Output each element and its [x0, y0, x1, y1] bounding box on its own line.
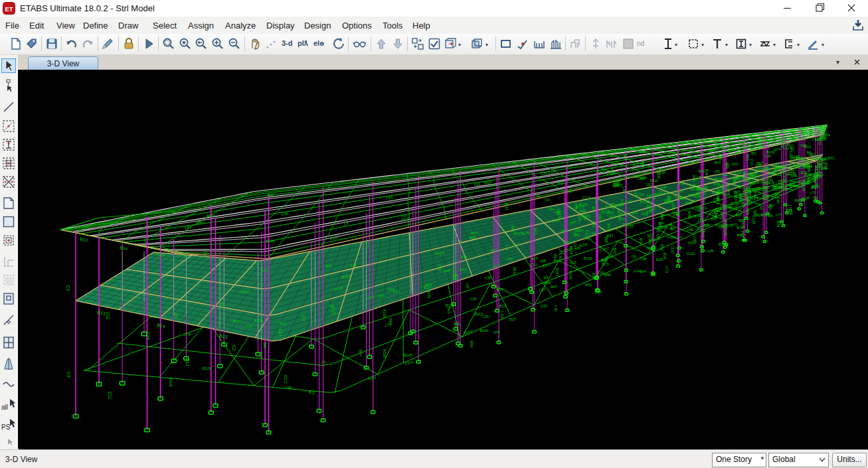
svg-text:B90: B90 [764, 186, 768, 193]
svg-text:B82: B82 [783, 187, 790, 191]
svg-text:C31: C31 [626, 200, 632, 204]
svg-text:B88: B88 [604, 273, 611, 277]
svg-text:L52: L52 [722, 173, 728, 177]
svg-text:L4: L4 [344, 221, 349, 226]
svg-text:L62: L62 [732, 162, 738, 166]
svg-text:L50: L50 [559, 254, 563, 260]
svg-text:C20: C20 [762, 167, 769, 171]
svg-text:C135: C135 [585, 230, 589, 238]
svg-text:C73: C73 [665, 266, 669, 273]
svg-text:L40: L40 [765, 154, 771, 158]
svg-text:B37: B37 [509, 317, 516, 321]
svg-text:B61: B61 [746, 155, 750, 161]
svg-text:B96: B96 [389, 319, 392, 325]
svg-text:C22: C22 [569, 260, 576, 264]
svg-text:B12: B12 [454, 274, 458, 281]
svg-text:B9: B9 [813, 196, 818, 200]
svg-text:B15: B15 [470, 341, 474, 347]
svg-text:B97: B97 [233, 319, 240, 323]
svg-text:B79: B79 [780, 141, 784, 147]
svg-text:B121: B121 [584, 256, 592, 260]
svg-text:B78: B78 [806, 179, 810, 185]
svg-text:C26: C26 [482, 315, 489, 319]
svg-text:B14: B14 [713, 208, 721, 213]
svg-text:L49: L49 [695, 214, 701, 218]
svg-text:L73: L73 [612, 161, 620, 165]
svg-text:C43: C43 [388, 287, 394, 291]
svg-text:L10: L10 [675, 234, 682, 240]
svg-text:L54: L54 [548, 207, 554, 211]
svg-text:B104: B104 [719, 242, 727, 246]
svg-text:B96: B96 [579, 209, 586, 213]
svg-text:B44: B44 [359, 350, 363, 356]
svg-text:L64: L64 [722, 204, 726, 210]
svg-text:B99: B99 [545, 281, 551, 285]
svg-text:L109: L109 [668, 235, 676, 239]
svg-text:C129: C129 [614, 183, 622, 187]
svg-text:C128: C128 [752, 215, 756, 224]
svg-text:B83: B83 [564, 240, 570, 244]
svg-text:L49: L49 [282, 212, 289, 216]
svg-text:C124: C124 [741, 220, 745, 228]
svg-text:B78: B78 [774, 147, 782, 152]
svg-text:L68: L68 [539, 259, 545, 263]
svg-text:B77: B77 [746, 197, 754, 202]
svg-text:L66: L66 [578, 215, 582, 221]
svg-text:B16: B16 [793, 135, 800, 139]
svg-text:L67: L67 [549, 171, 556, 175]
svg-text:B100: B100 [479, 329, 488, 333]
svg-text:L10: L10 [750, 145, 754, 151]
svg-text:L113: L113 [756, 186, 764, 190]
svg-text:B39: B39 [705, 169, 709, 176]
svg-text:B110: B110 [813, 175, 822, 180]
svg-text:B125: B125 [738, 193, 747, 197]
svg-text:B62: B62 [493, 329, 501, 335]
svg-text:C6: C6 [631, 254, 636, 259]
svg-text:B111: B111 [623, 222, 631, 226]
svg-text:B69: B69 [795, 198, 802, 202]
svg-text:B53: B53 [660, 244, 664, 251]
svg-text:C103: C103 [709, 149, 717, 153]
svg-text:B47: B47 [326, 264, 333, 268]
svg-text:B61: B61 [809, 153, 816, 157]
svg-text:B134: B134 [607, 224, 611, 232]
svg-text:C22: C22 [592, 221, 596, 228]
svg-text:B64: B64 [594, 198, 598, 205]
svg-text:B85: B85 [574, 246, 581, 251]
svg-text:ET: ET [5, 5, 13, 13]
svg-text:B85: B85 [660, 214, 664, 220]
svg-text:C77: C77 [559, 250, 566, 254]
svg-text:C78: C78 [378, 294, 385, 298]
svg-text:B47: B47 [551, 285, 557, 289]
svg-text:B104: B104 [555, 268, 559, 277]
svg-text:L110: L110 [500, 311, 504, 319]
svg-text:B89: B89 [604, 236, 608, 243]
svg-text:B108: B108 [731, 202, 739, 206]
svg-text:C1: C1 [66, 285, 70, 291]
svg-text:C3: C3 [302, 315, 306, 321]
svg-text:B54: B54 [497, 287, 503, 291]
svg-text:C11: C11 [106, 312, 110, 320]
svg-text:L9: L9 [321, 360, 325, 364]
svg-text:B70: B70 [715, 161, 721, 165]
svg-text:L81: L81 [714, 169, 720, 173]
svg-text:B19: B19 [531, 256, 538, 261]
svg-text:L69: L69 [789, 208, 793, 214]
svg-text:B58: B58 [661, 225, 667, 229]
svg-text:B71: B71 [618, 217, 625, 221]
svg-text:B12: B12 [280, 321, 286, 325]
svg-text:B13: B13 [80, 236, 88, 242]
svg-text:B34: B34 [714, 142, 718, 149]
svg-text:L15: L15 [262, 268, 268, 272]
svg-text:L14: L14 [690, 199, 696, 203]
svg-text:B12: B12 [309, 390, 315, 394]
svg-text:L77: L77 [807, 166, 811, 172]
svg-text:L86: L86 [656, 234, 660, 240]
svg-text:B17: B17 [781, 167, 785, 173]
svg-text:C124: C124 [404, 360, 414, 366]
svg-text:C9: C9 [545, 198, 549, 202]
svg-text:B106: B106 [749, 172, 758, 176]
svg-text:C105: C105 [697, 228, 705, 232]
svg-text:L78: L78 [505, 245, 509, 251]
svg-text:B115: B115 [596, 169, 604, 173]
